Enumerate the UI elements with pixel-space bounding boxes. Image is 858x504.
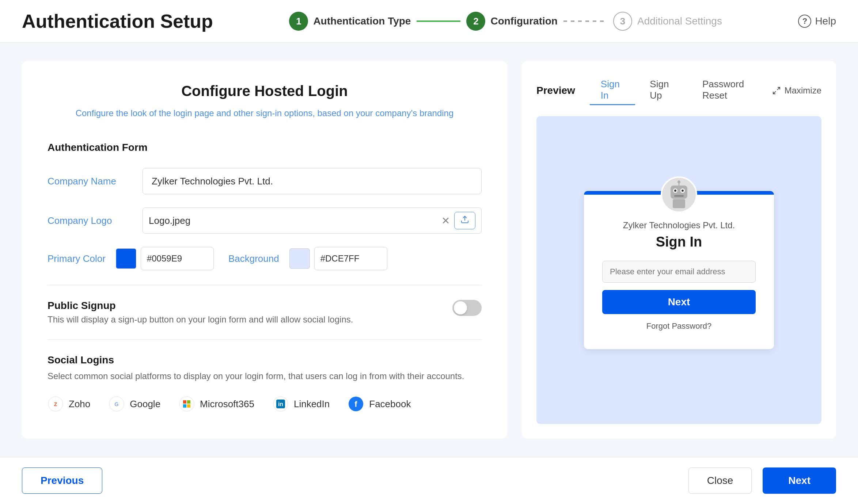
preview-company-name: Zylker Technologies Pvt. Ltd. — [602, 220, 756, 230]
step-1-label: Authentication Type — [313, 15, 411, 27]
microsoft-label: Microsoft365 — [200, 398, 254, 410]
preview-signin-title: Sign In — [602, 234, 756, 250]
step-1: 1 Authentication Type — [289, 12, 411, 31]
step-3-circle: 3 — [613, 12, 632, 31]
right-panel: Preview Sign In Sign Up Password Reset M… — [522, 61, 836, 439]
background-color-input[interactable] — [314, 247, 387, 270]
svg-text:Z: Z — [54, 401, 57, 407]
step-1-circle: 1 — [289, 12, 308, 31]
svg-point-25 — [677, 180, 680, 183]
zoho-icon: Z — [48, 396, 64, 412]
primary-color-swatch[interactable] — [116, 248, 136, 269]
svg-point-5 — [179, 397, 194, 411]
primary-color-field: Primary Color — [48, 247, 214, 270]
footer: Previous Close Next — [0, 457, 858, 504]
svg-rect-26 — [673, 199, 685, 208]
step-3: 3 Additional Settings — [613, 12, 722, 31]
svg-text:G: G — [115, 401, 119, 407]
zoho-label: Zoho — [69, 398, 90, 410]
svg-text:in: in — [278, 401, 283, 407]
step-3-label: Additional Settings — [637, 15, 722, 27]
preview-header: Preview Sign In Sign Up Password Reset M… — [536, 76, 821, 105]
preview-avatar-wrapper — [602, 176, 756, 213]
toggle-track — [452, 300, 482, 316]
social-item-microsoft365[interactable]: Microsoft365 — [179, 396, 254, 412]
svg-rect-6 — [183, 400, 186, 404]
tab-password-reset[interactable]: Password Reset — [691, 76, 768, 105]
maximize-label: Maximize — [785, 85, 821, 96]
social-logins-title: Social Logins — [48, 354, 482, 366]
tab-sign-up[interactable]: Sign Up — [639, 76, 688, 105]
company-name-label: Company Name — [48, 176, 143, 187]
svg-rect-23 — [674, 195, 684, 197]
background-color-field: Background — [228, 247, 387, 270]
step-connector-1 — [417, 20, 460, 22]
company-name-row: Company Name — [48, 168, 482, 194]
preview-label: Preview — [536, 85, 575, 96]
step-2: 2 Configuration — [466, 12, 558, 31]
preview-next-button[interactable]: Next — [602, 290, 756, 314]
auth-form-section-title: Authentication Form — [48, 142, 482, 153]
public-signup-section: Public Signup This will display a sign-u… — [48, 300, 482, 325]
svg-rect-8 — [183, 404, 186, 408]
facebook-label: Facebook — [369, 398, 411, 410]
file-clear-button[interactable]: ✕ — [437, 215, 454, 227]
social-item-google[interactable]: G Google — [109, 396, 160, 412]
step-connector-2 — [563, 20, 607, 22]
preview-forgot-password[interactable]: Forgot Password? — [602, 321, 756, 331]
social-logins-desc: Select common social platforms to displa… — [48, 370, 482, 383]
linkedin-label: LinkedIn — [294, 398, 330, 410]
preview-tabs: Sign In Sign Up Password Reset — [590, 76, 772, 105]
primary-color-input[interactable] — [141, 247, 214, 270]
divider-2 — [48, 339, 482, 340]
company-name-input[interactable] — [143, 168, 482, 194]
svg-text:f: f — [355, 400, 358, 409]
preview-email-input[interactable] — [602, 261, 756, 283]
step-2-label: Configuration — [490, 15, 558, 27]
social-item-facebook[interactable]: f Facebook — [348, 396, 411, 412]
public-signup-title: Public Signup — [48, 300, 353, 312]
maximize-icon — [772, 86, 781, 95]
tab-sign-in[interactable]: Sign In — [590, 76, 635, 105]
linkedin-icon: in — [273, 396, 289, 412]
header: Authentication Setup 1 Authentication Ty… — [0, 0, 858, 43]
configure-title: Configure Hosted Login — [48, 83, 482, 99]
footer-left: Previous — [22, 467, 102, 494]
social-list: Z Zoho G Google — [48, 396, 482, 412]
background-color-label: Background — [228, 253, 279, 264]
background-color-swatch[interactable] — [289, 248, 310, 269]
social-item-linkedin[interactable]: in LinkedIn — [273, 396, 330, 412]
primary-color-label: Primary Color — [48, 253, 106, 264]
avatar-image — [663, 178, 695, 211]
toggle-thumb — [454, 301, 467, 314]
company-logo-label: Company Logo — [48, 215, 143, 226]
previous-button[interactable]: Previous — [22, 467, 102, 494]
svg-point-22 — [682, 190, 684, 192]
file-upload-button[interactable] — [454, 212, 475, 229]
configure-subtitle: Configure the look of the login page and… — [48, 107, 482, 120]
color-row: Primary Color Background — [48, 247, 482, 270]
help-label: Help — [815, 15, 836, 27]
svg-rect-7 — [187, 400, 190, 404]
svg-line-15 — [777, 87, 780, 90]
company-logo-filename: Logo.jpeg — [149, 215, 437, 226]
preview-area: Zylker Technologies Pvt. Ltd. Sign In Ne… — [536, 116, 821, 424]
footer-right: Close Next — [688, 467, 836, 494]
next-button[interactable]: Next — [763, 467, 836, 494]
company-logo-row: Company Logo Logo.jpeg ✕ — [48, 207, 482, 234]
preview-avatar — [661, 176, 697, 213]
close-button[interactable]: Close — [688, 467, 752, 494]
preview-card: Zylker Technologies Pvt. Ltd. Sign In Ne… — [584, 191, 774, 349]
public-signup-toggle[interactable] — [452, 300, 482, 316]
maximize-button[interactable]: Maximize — [772, 85, 821, 96]
help-button[interactable]: ? Help — [798, 15, 836, 28]
public-signup-desc: This will display a sign-up button on yo… — [48, 314, 353, 325]
stepper: 1 Authentication Type 2 Configuration 3 … — [289, 12, 722, 31]
company-logo-wrapper: Logo.jpeg ✕ — [143, 207, 482, 234]
microsoft-icon — [179, 396, 195, 412]
google-icon: G — [109, 396, 125, 412]
help-icon: ? — [798, 15, 811, 28]
step-2-circle: 2 — [466, 12, 485, 31]
google-label: Google — [130, 398, 160, 410]
social-item-zoho[interactable]: Z Zoho — [48, 396, 90, 412]
